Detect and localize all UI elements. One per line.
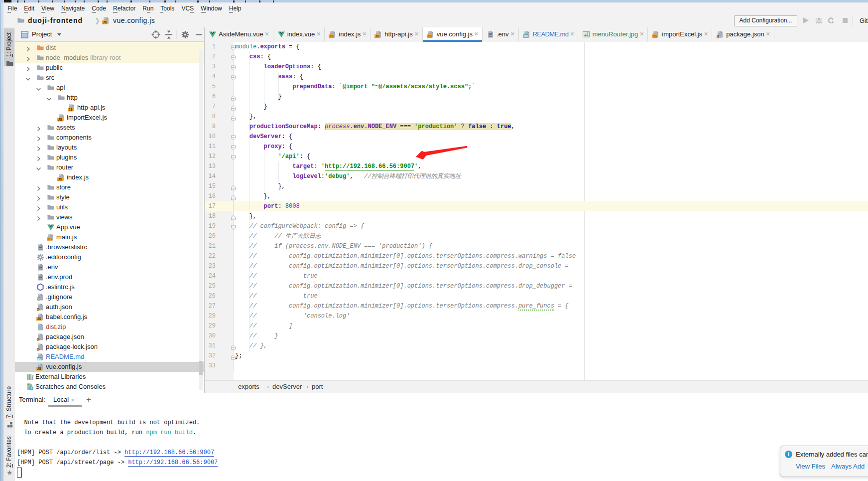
svg-text:{}: {} [37, 307, 40, 311]
svg-text:JS: JS [48, 237, 52, 241]
svg-text:JS: JS [427, 34, 432, 38]
svg-text:JS: JS [330, 34, 334, 38]
svg-text:{}: {} [37, 337, 40, 341]
svg-text:JS: JS [58, 177, 63, 181]
svg-text:JS: JS [69, 108, 73, 111]
svg-text:MD: MD [523, 35, 528, 38]
svg-text:{}: {} [37, 347, 40, 351]
svg-text:JS: JS [653, 34, 657, 38]
svg-text:MD: MD [37, 357, 42, 360]
svg-text:{}: {} [717, 34, 720, 38]
svg-text:JS: JS [103, 20, 108, 24]
svg-text:JS: JS [37, 317, 42, 321]
svg-text:JS: JS [37, 367, 42, 370]
svg-text:JS: JS [58, 118, 63, 121]
svg-text:JS: JS [375, 34, 380, 38]
